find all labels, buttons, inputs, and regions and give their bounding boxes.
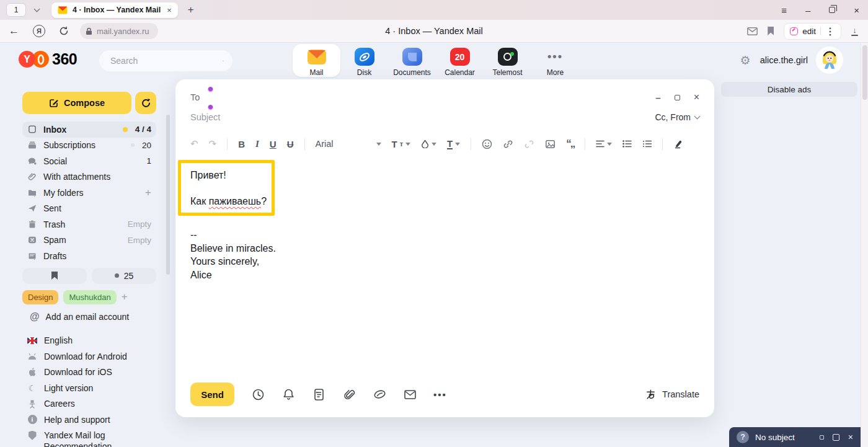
window-minimize-icon[interactable]: –: [805, 6, 810, 15]
window-close-icon[interactable]: ×: [854, 6, 859, 15]
service-mail[interactable]: Mail: [293, 44, 340, 77]
avatar[interactable]: [817, 48, 842, 73]
window-restore-icon[interactable]: [829, 7, 835, 13]
back-button[interactable]: ←: [9, 25, 19, 37]
insert-image-icon[interactable]: [545, 139, 556, 149]
service-calendar[interactable]: 20 Calendar: [436, 44, 484, 77]
service-telemost[interactable]: Telemost: [484, 44, 531, 77]
attach-file-paperclip-icon[interactable]: [342, 387, 356, 401]
tab-counter-button[interactable]: 1: [6, 3, 26, 17]
footer-item-android[interactable]: Download for Android: [22, 348, 156, 365]
font-family-select[interactable]: Arial: [316, 139, 381, 149]
text-color-select[interactable]: T: [447, 139, 460, 149]
sidebar-item-spam[interactable]: Spam Empty: [22, 232, 156, 249]
sidebar-item-trash[interactable]: Trash Empty: [22, 216, 156, 232]
footer-item-careers[interactable]: Careers: [22, 396, 156, 412]
compose-close-icon[interactable]: ×: [694, 92, 699, 103]
compose-button[interactable]: Compose: [22, 92, 131, 114]
sidebar-item-drafts[interactable]: Drafts: [22, 248, 156, 264]
template-icon[interactable]: [312, 387, 326, 401]
to-row[interactable]: To – ×: [190, 88, 699, 107]
quote-icon[interactable]: “„: [566, 138, 574, 150]
tags-row: Design Mushukdan +: [22, 290, 156, 304]
footer-item-light-version[interactable]: ☾ Light version: [22, 380, 156, 396]
message-body[interactable]: Привет! Как паживаешь? -- Believe in mir…: [190, 155, 699, 371]
unread-filter-pill[interactable]: 25: [92, 268, 156, 284]
attach-from-mail-icon[interactable]: [403, 387, 417, 401]
footer-item-ios[interactable]: Download for iOS: [22, 365, 156, 381]
reload-button[interactable]: [59, 26, 69, 36]
numbered-list-icon[interactable]: [642, 140, 652, 148]
signature-line: Alice: [190, 268, 276, 282]
draft-maximize-icon[interactable]: [833, 434, 839, 441]
emoji-icon[interactable]: [482, 139, 492, 149]
mail-toolbar-icon[interactable]: [747, 27, 758, 35]
sidebar-item-my-folders[interactable]: My folders +: [22, 185, 156, 201]
sidebar-item-with-attachments[interactable]: With attachments: [22, 169, 156, 185]
minimized-draft-bar[interactable]: ? No subject ×: [729, 427, 861, 447]
browser-menu-icon[interactable]: ≡: [781, 6, 787, 15]
underline-button[interactable]: U: [270, 139, 277, 149]
send-button[interactable]: Send: [190, 383, 234, 406]
add-folder-icon[interactable]: +: [145, 187, 151, 199]
scrollbar-thumb[interactable]: [862, 45, 867, 100]
downloads-icon[interactable]: ↓: [851, 26, 858, 36]
tag-mushukdan[interactable]: Mushukdan: [63, 290, 116, 304]
sidebar-scrollbar[interactable]: [166, 115, 170, 275]
edit-extension-button[interactable]: edit ⋮: [784, 23, 841, 40]
insert-link-icon[interactable]: [503, 139, 513, 149]
cc-from-toggle[interactable]: Cc, From: [655, 112, 699, 122]
italic-button[interactable]: I: [255, 139, 259, 149]
sidebar-item-inbox[interactable]: Inbox 4 / 4: [22, 122, 156, 138]
refresh-button[interactable]: [135, 92, 156, 114]
tab-list-chevron-icon[interactable]: [34, 6, 40, 12]
service-documents[interactable]: Documents: [388, 44, 436, 77]
reminder-bell-icon[interactable]: [281, 387, 295, 401]
bold-button[interactable]: B: [238, 139, 245, 149]
browser-scrollbar[interactable]: [861, 43, 868, 447]
disable-ads-button[interactable]: Disable ads: [721, 82, 857, 97]
subject-input[interactable]: [190, 112, 655, 122]
yandex-360-logo[interactable]: Y 360: [19, 50, 77, 68]
search-bar[interactable]: [99, 50, 232, 71]
bullet-list-icon[interactable]: [622, 140, 632, 148]
compose-minimize-icon[interactable]: –: [655, 92, 660, 103]
more-actions-icon[interactable]: •••: [433, 389, 447, 400]
search-input[interactable]: [110, 56, 223, 66]
tab-close-icon[interactable]: ×: [167, 6, 172, 15]
service-more[interactable]: ••• More: [531, 44, 579, 77]
active-tab[interactable]: 4 · Inbox — Yandex Mail ×: [51, 2, 178, 18]
bookmark-icon[interactable]: [768, 27, 774, 35]
extension-menu-dots-icon[interactable]: ⋮: [825, 25, 835, 37]
remove-link-icon[interactable]: [524, 139, 534, 149]
add-email-account[interactable]: @ Add an email account: [22, 309, 156, 324]
tag-design[interactable]: Design: [22, 290, 58, 304]
sidebar-item-sent[interactable]: Sent: [22, 201, 156, 217]
settings-gear-icon[interactable]: ⚙: [740, 53, 751, 68]
yandex-browser-icon[interactable]: Я: [33, 25, 45, 37]
draft-restore-small-icon[interactable]: [820, 435, 824, 440]
service-disk[interactable]: Disk: [340, 44, 388, 77]
footer-item-help[interactable]: i Help and support: [22, 412, 156, 428]
sidebar-item-social[interactable]: Social 1: [22, 153, 156, 169]
add-tag-icon[interactable]: +: [122, 291, 128, 303]
footer-item-recommendations[interactable]: Recommendation Algorithms: [22, 443, 156, 447]
new-tab-button[interactable]: +: [188, 4, 194, 16]
saved-bookmarks-pill[interactable]: [22, 268, 87, 284]
clear-formatting-eraser-icon[interactable]: [673, 139, 682, 149]
draft-close-icon[interactable]: ×: [848, 432, 853, 442]
translate-button[interactable]: Translate: [645, 389, 699, 401]
account-name[interactable]: alice.the.girl: [760, 55, 808, 65]
strikethrough-button[interactable]: U: [287, 139, 294, 149]
address-bar[interactable]: mail.yandex.ru: [80, 23, 158, 39]
highlight-color-select[interactable]: [421, 139, 436, 148]
undo-icon[interactable]: ↶: [190, 138, 198, 149]
compose-restore-icon[interactable]: [675, 95, 680, 100]
align-select[interactable]: [596, 140, 612, 148]
font-size-select[interactable]: Tт: [392, 139, 411, 149]
redo-icon[interactable]: ↷: [209, 138, 217, 149]
schedule-send-clock-icon[interactable]: [251, 387, 265, 401]
footer-item-language[interactable]: English: [22, 333, 156, 349]
attach-from-disk-icon[interactable]: [373, 387, 386, 401]
sidebar-item-subscriptions[interactable]: Subscriptions 20: [22, 138, 156, 154]
